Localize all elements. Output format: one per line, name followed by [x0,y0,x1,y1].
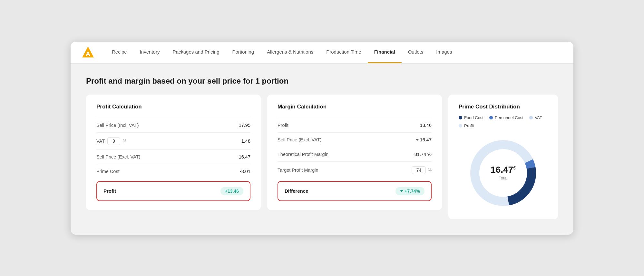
sell-price-excl-vat-row: Sell Price (Excl. VAT) 16.47 [96,149,250,164]
nav-item-allergens[interactable]: Allergens & Nutritions [260,42,320,63]
donut-amount: 16.47€ [491,165,516,174]
nav-item-inventory[interactable]: Inventory [133,42,166,63]
page-title: Profit and margin based on your sell pri… [86,77,558,86]
nav-item-recipe[interactable]: Recipe [105,42,133,63]
legend-profit: Profit [459,123,474,128]
sell-price-excl-value: 16.47 [239,154,250,159]
theoretical-profit-value: 81.74 % [415,152,432,157]
prime-cost-label: Prime Cost [96,169,120,174]
navigation: A Recipe Inventory Packages and Pricing … [71,42,573,64]
profit-row: Profit 13.46 [278,118,432,132]
sell-price-incl-label: Sell Price (Incl. VAT) [96,123,139,128]
svg-text:A: A [86,50,90,57]
prime-cost-row: Prime Cost -3.01 [96,164,250,179]
profit-calc-title: Profit Calculation [96,104,250,110]
profit-label: Profit [103,188,116,194]
nav-item-financial[interactable]: Financial [368,42,402,63]
vat-percent-symbol: % [123,138,127,143]
logo[interactable]: A [81,45,95,59]
difference-label: Difference [285,188,308,194]
sell-price-incl-vat-row: Sell Price (Incl. VAT) 17.95 [96,118,250,132]
vat-dot [529,116,533,119]
difference-badge: +7.74% [395,187,424,195]
vat-label-text: VAT [96,138,105,144]
target-pct-symbol: % [428,168,432,172]
sell-price-excl-margin-value: ÷ 16.47 [416,137,432,142]
profit-highlight-row: Profit +13.46 [96,181,250,201]
sell-price-incl-value: 17.95 [239,123,250,128]
margin-calc-title: Margin Calculation [278,104,432,110]
vat-label-row: VAT % [96,137,127,145]
legend: Food Cost Personnel Cost VAT Profit [459,115,548,128]
arrow-down-icon [400,190,403,192]
profit-legend-label: Profit [464,123,474,128]
target-profit-label: Target Profit Margin [278,168,318,173]
legend-vat: VAT [529,115,542,120]
nav-items: Recipe Inventory Packages and Pricing Po… [105,42,458,63]
prime-cost-title: Prime Cost Distribution [459,104,548,110]
cards-row: Profit Calculation Sell Price (Incl. VAT… [86,95,558,219]
target-profit-input[interactable] [412,166,426,174]
target-profit-row: Target Profit Margin % [278,161,432,179]
difference-highlight-row: Difference +7.74% [278,181,432,201]
donut-chart-wrapper: 16.47€ Total [459,136,548,210]
profit-dot [459,124,462,128]
donut-label: Total [491,176,516,180]
legend-personnel-cost: Personnel Cost [489,115,523,120]
nav-item-images[interactable]: Images [430,42,458,63]
profit-badge: +13.46 [220,187,243,195]
personnel-cost-dot [489,116,493,119]
sell-price-excl-label: Sell Price (Excl. VAT) [96,154,140,159]
nav-item-outlets[interactable]: Outlets [402,42,430,63]
app-container: A Recipe Inventory Packages and Pricing … [71,42,573,235]
legend-food-cost: Food Cost [459,115,483,120]
theoretical-profit-row: Theoretical Profit Margin 81.74 % [278,147,432,161]
profit-margin-label: Profit [278,123,288,128]
vat-legend-label: VAT [535,115,542,120]
main-content: Profit and margin based on your sell pri… [71,64,573,235]
vat-input[interactable] [107,137,120,145]
prime-cost-value: -3.01 [240,169,250,174]
margin-calculation-card: Margin Calculation Profit 13.46 Sell Pri… [267,95,442,210]
difference-value: +7.74% [405,189,420,194]
sell-price-excl-margin-label: Sell Price (Excl. VAT) [278,137,321,142]
donut-currency: € [513,165,516,170]
donut-center: 16.47€ Total [491,165,516,180]
food-cost-label: Food Cost [464,115,483,120]
prime-cost-card: Prime Cost Distribution Food Cost Person… [448,95,558,219]
nav-item-portioning[interactable]: Portioning [226,42,261,63]
food-cost-dot [459,116,462,119]
nav-item-production[interactable]: Production Time [320,42,367,63]
profit-calculation-card: Profit Calculation Sell Price (Incl. VAT… [86,95,261,210]
theoretical-profit-label: Theoretical Profit Margin [278,152,328,157]
profit-margin-value: 13.46 [420,123,432,128]
vat-row: VAT % 1.48 [96,132,250,149]
personnel-cost-label: Personnel Cost [495,115,523,120]
nav-item-packages[interactable]: Packages and Pricing [166,42,226,63]
target-input-row: % [412,166,432,174]
sell-price-excl-margin-row: Sell Price (Excl. VAT) ÷ 16.47 [278,132,432,147]
vat-value: 1.48 [241,138,250,144]
